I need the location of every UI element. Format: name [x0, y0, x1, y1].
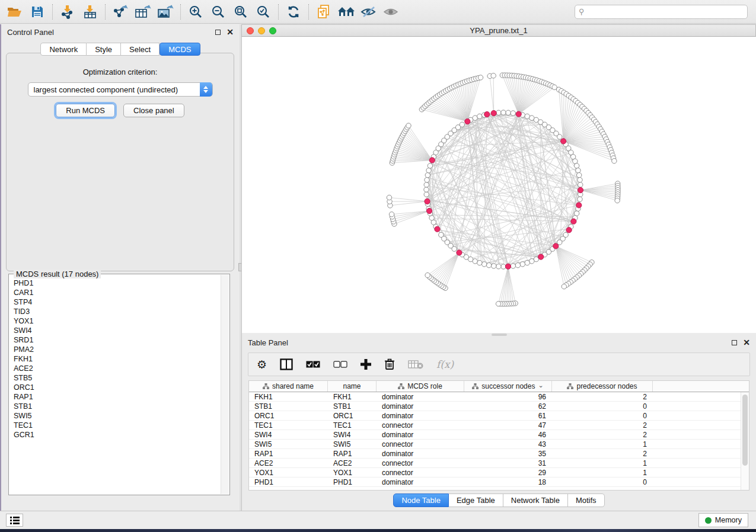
show-all-button[interactable]	[380, 2, 403, 21]
mcds-result-item[interactable]: PHD1	[14, 278, 221, 288]
mcds-result-item[interactable]: ORC1	[14, 383, 221, 392]
network-node[interactable]	[406, 123, 411, 128]
mcds-result-item[interactable]: PMA2	[14, 345, 221, 354]
create-column-icon[interactable]	[361, 359, 371, 370]
network-node[interactable]	[496, 302, 500, 306]
mcds-hub-node[interactable]	[435, 226, 440, 232]
optimization-criterion-dropdown[interactable]: largest connected component (undirected)	[28, 82, 213, 97]
table-row[interactable]: TEC1TEC1connector472	[249, 421, 741, 430]
network-node[interactable]	[439, 232, 444, 237]
mcds-result-item[interactable]: SWI4	[14, 326, 221, 335]
tab-edge-table[interactable]: Edge Table	[449, 493, 503, 507]
column-header-predecessor-nodes[interactable]: predecessor nodes	[552, 381, 653, 392]
minimize-window-icon[interactable]	[258, 27, 265, 34]
search-input[interactable]	[575, 5, 748, 19]
network-window-titlebar[interactable]: YPA_prune.txt_1	[241, 24, 756, 37]
network-node[interactable]	[492, 264, 496, 268]
delete-column-icon[interactable]	[384, 358, 395, 370]
table-row[interactable]: ORC1ORC1dominator610	[249, 411, 741, 421]
mcds-result-item[interactable]: YOX1	[14, 316, 221, 326]
table-row[interactable]: FKH1FKH1dominator962	[249, 392, 741, 402]
mcds-hub-node[interactable]	[571, 219, 576, 224]
network-node[interactable]	[486, 262, 491, 267]
mcds-hub-node[interactable]	[457, 250, 462, 255]
network-node[interactable]	[501, 110, 506, 115]
table-scrollbar-thumb[interactable]	[742, 395, 748, 466]
network-node[interactable]	[525, 114, 529, 118]
mcds-result-item[interactable]: FKH1	[14, 354, 221, 364]
network-node[interactable]	[529, 259, 534, 264]
close-panel-icon[interactable]: ✕	[743, 339, 750, 345]
network-node[interactable]	[578, 178, 582, 182]
close-panel-button[interactable]: Close panel	[123, 104, 184, 117]
table-row[interactable]: RAP1RAP1dominator352	[249, 449, 741, 459]
network-node[interactable]	[574, 211, 579, 216]
close-panel-icon[interactable]: ✕	[227, 29, 234, 35]
import-table-button[interactable]	[79, 2, 101, 21]
tab-motifs[interactable]: Motifs	[568, 493, 605, 507]
network-node[interactable]	[557, 134, 562, 139]
select-all-columns-icon[interactable]	[306, 361, 320, 368]
mcds-hub-node[interactable]	[566, 227, 572, 233]
network-node[interactable]	[426, 168, 431, 172]
table-scrollbar[interactable]	[741, 392, 749, 490]
network-node[interactable]	[578, 197, 582, 201]
network-node[interactable]	[520, 262, 525, 267]
tab-select[interactable]: Select	[121, 43, 160, 56]
mcds-result-item[interactable]: RAP1	[14, 392, 221, 402]
close-window-icon[interactable]	[247, 27, 254, 34]
hide-selected-button[interactable]	[358, 2, 380, 21]
zoom-selected-button[interactable]	[252, 2, 275, 21]
network-graph[interactable]	[242, 37, 755, 333]
column-header-MCDS-role[interactable]: MCDS role	[377, 381, 464, 392]
network-node[interactable]	[424, 187, 429, 192]
tab-style[interactable]: Style	[87, 43, 121, 56]
column-header-name[interactable]: name	[328, 381, 377, 392]
network-node[interactable]	[506, 110, 511, 115]
table-row[interactable]: STB1STB1dominator620	[249, 402, 741, 411]
mcds-hub-node[interactable]	[426, 208, 432, 213]
network-node[interactable]	[511, 264, 515, 268]
network-node[interactable]	[573, 159, 578, 164]
network-node[interactable]	[425, 273, 430, 277]
sort-chevron-icon[interactable]: ⌄	[538, 382, 543, 389]
mcds-hub-node[interactable]	[425, 198, 430, 204]
mcds-hub-node[interactable]	[578, 187, 583, 193]
import-network-button[interactable]	[56, 2, 79, 21]
maximize-window-icon[interactable]	[269, 27, 276, 34]
network-node[interactable]	[491, 73, 496, 78]
mcds-result-item[interactable]: STP4	[14, 297, 221, 307]
table-row[interactable]: SWI5SWI5connector431	[249, 440, 741, 449]
mcds-result-item[interactable]: TID3	[14, 307, 221, 316]
network-node[interactable]	[576, 172, 581, 177]
export-network-button[interactable]	[109, 2, 132, 21]
tab-network-table[interactable]: Network Table	[503, 493, 568, 507]
mcds-hub-node[interactable]	[553, 243, 559, 249]
network-node[interactable]	[525, 260, 529, 265]
table-options-gear-icon[interactable]: ⚙	[257, 358, 267, 371]
network-node[interactable]	[389, 212, 394, 217]
network-node[interactable]	[428, 164, 432, 168]
network-node[interactable]	[576, 168, 580, 172]
mcds-hub-node[interactable]	[505, 264, 511, 269]
open-session-button[interactable]	[4, 2, 26, 21]
mcds-result-item[interactable]: SRD1	[14, 335, 221, 345]
network-node[interactable]	[496, 264, 501, 269]
unselect-all-columns-icon[interactable]	[333, 361, 347, 368]
network-node[interactable]	[515, 262, 520, 267]
network-node[interactable]	[612, 158, 617, 163]
table-row[interactable]: PHD1PHD1dominator180	[249, 477, 741, 487]
network-node[interactable]	[425, 172, 430, 177]
memory-button[interactable]: Memory	[698, 513, 748, 527]
mcds-hub-node[interactable]	[484, 111, 490, 117]
export-image-button[interactable]	[154, 2, 177, 21]
network-node[interactable]	[460, 122, 464, 127]
network-node[interactable]	[477, 114, 482, 118]
apply-layout-button[interactable]	[282, 2, 305, 21]
network-node[interactable]	[478, 75, 483, 80]
mcds-hub-node[interactable]	[429, 158, 435, 163]
mcds-result-item[interactable]: STB1	[14, 402, 221, 411]
network-node[interactable]	[424, 192, 429, 197]
mcds-hub-node[interactable]	[576, 203, 582, 208]
mcds-result-item[interactable]: GCR1	[14, 430, 221, 440]
